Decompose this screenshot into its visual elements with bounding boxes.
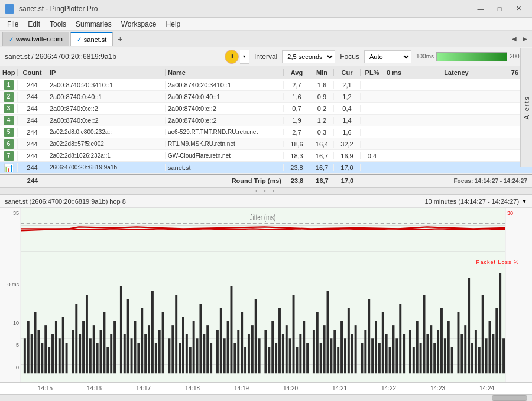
svg-rect-164 [437,330,439,374]
svg-rect-72 [96,343,99,374]
table-body: 1 244 2a00:8740:20:3410::1 2a00:8740:20:… [0,79,532,174]
svg-rect-168 [451,347,453,373]
x-label-1415: 14:15 [38,385,53,392]
svg-rect-139 [344,338,346,373]
svg-rect-142 [355,325,357,373]
min-cell: 16,7 [310,164,334,171]
svg-rect-138 [340,321,343,374]
x-label-1418: 14:18 [185,385,200,392]
svg-rect-148 [378,343,381,374]
x-label-1417: 14:17 [136,385,151,392]
minimize-button[interactable]: — [472,3,489,15]
svg-rect-180 [495,308,498,374]
svg-rect-170 [460,334,463,373]
svg-rect-163 [433,343,436,374]
cur-cell: 0,4 [334,105,361,112]
hop-badge-5: 5 [4,128,14,137]
hop-cell: 5 [0,128,18,137]
ip-cell: 2a00:8740:0:40::1 [47,93,166,100]
svg-rect-63 [62,317,64,373]
svg-rect-124 [289,338,291,373]
x-label-1423: 14:23 [430,385,445,392]
bars-svg: Jitter (ms) [21,208,505,382]
menu-tools[interactable]: Tools [45,19,71,30]
footer-focus: Focus: 14:14:27 - 14:24:27 [384,178,532,184]
name-cell: sanet.st [166,164,284,171]
min-cell: 16,7 [310,152,334,159]
drag-handle[interactable]: • • • [0,188,532,195]
hop-badge-1: 1 [4,80,14,90]
menu-file[interactable]: File [2,19,23,30]
hop-badge-6: 6 [4,139,14,149]
svg-rect-77 [113,321,116,374]
table-row[interactable]: 1 244 2a00:8740:20:3410::1 2a00:8740:20:… [0,79,532,91]
drag-dots: • • • [255,188,277,194]
pause-button[interactable]: ⏸ [225,50,239,64]
tab-twitter[interactable]: ✓ www.twitter.com [2,32,69,46]
avg-cell: 2,7 [284,129,310,136]
table-row-selected[interactable]: 📊 244 2606:4700:20::6819:9a1b sanet.st 2… [0,162,532,174]
y-label-0: 0 [1,364,19,370]
svg-rect-115 [255,299,257,373]
focus-select[interactable]: Auto [364,50,411,63]
tab-sanet-check-icon: ✓ [77,36,82,43]
table-row[interactable]: 3 244 2a00:8740:0:c::2 2a00:8740:0:c::2 … [0,103,532,115]
table-row[interactable]: 5 244 2a02:2d8:0:c800:232a:: ae6-529.RT.… [0,126,532,138]
table-row[interactable]: 6 244 2a02:2d8::57f5:e002 RT1.M9.MSK.RU.… [0,138,532,150]
svg-rect-52 [24,338,26,373]
x-label-1416: 14:16 [87,385,102,392]
table-row[interactable]: 2 244 2a00:8740:0:40::1 2a00:8740:0:40::… [0,91,532,103]
cur-cell: 1,6 [334,129,361,136]
scrollbar-thumb[interactable] [492,395,527,401]
svg-rect-56 [37,330,40,374]
alerts-label[interactable]: Alerts [523,96,530,119]
table-row[interactable]: 4 244 2a00:8740:0:e::2 2a00:8740:0:e::2 … [0,115,532,126]
pause-dropdown[interactable]: ▾ [240,50,249,64]
svg-rect-150 [385,334,388,373]
svg-rect-107 [227,321,229,374]
menu-workspace[interactable]: Workspace [116,19,161,30]
name-cell: 2a00:8740:0:e::2 [166,117,284,124]
menu-summaries[interactable]: Summaries [71,19,116,30]
menu-edit[interactable]: Edit [23,19,45,30]
tab-sanet[interactable]: ✓ sanet.st [70,32,113,46]
app-icon [5,4,14,14]
svg-rect-83 [137,343,140,374]
footer-cur: 17,0 [334,177,361,184]
svg-rect-70 [89,338,92,373]
avg-cell: 0,7 [284,105,310,112]
scrollbar[interactable] [0,394,532,401]
interval-select[interactable]: 2,5 seconds [282,50,335,63]
min-cell: 0,3 [310,129,334,136]
maximize-button[interactable]: □ [491,3,508,15]
footer-count: 244 [18,177,47,184]
svg-rect-82 [134,321,136,374]
chart-expand-icon[interactable]: ▼ [521,198,527,204]
close-button[interactable]: ✕ [510,3,527,15]
svg-rect-169 [457,312,459,373]
toolbar: sanet.st / 2606:4700:20::6819:9a1b ⏸ ▾ I… [0,47,532,66]
svg-rect-118 [268,347,270,373]
add-tab-button[interactable]: + [114,33,126,45]
col-pl: PL% [361,69,384,76]
svg-rect-90 [162,312,164,373]
svg-rect-116 [258,338,261,373]
col-min: Min [310,69,334,76]
name-cell: ae6-529.RT.TMT.RND.RU.retn.net [166,129,284,135]
latency-left-label: 0 ms [387,69,401,76]
title-bar-left: sanet.st - PingPlotter Pro [5,4,98,14]
tab-prev-button[interactable]: ◀ [510,33,519,45]
svg-rect-110 [237,330,239,374]
tab-check-icon: ✓ [9,36,14,43]
footer-label: Round Trip (ms) [47,177,284,184]
menu-help[interactable]: Help [161,19,186,30]
y-label-10: 10 [1,320,19,326]
svg-rect-155 [403,334,405,373]
avg-cell: 1,6 [284,93,310,100]
svg-rect-75 [106,347,109,373]
svg-rect-91 [168,338,170,373]
scale-bar [436,52,507,61]
tab-next-button[interactable]: ▶ [520,33,530,45]
svg-rect-95 [182,317,184,373]
table-row[interactable]: 7 244 2a02:2d8:1026:232a::1 GW-CloudFlar… [0,150,532,162]
